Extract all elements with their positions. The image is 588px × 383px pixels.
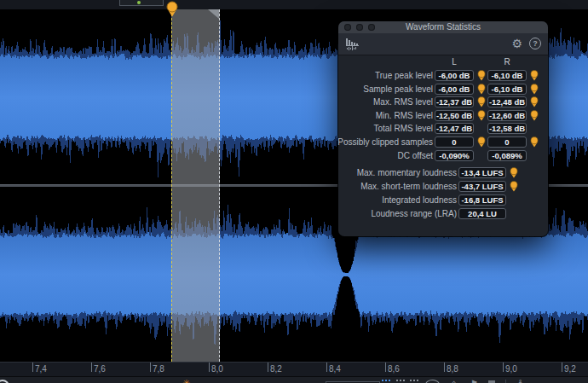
stat-label: Possibly clipped samples xyxy=(338,137,433,147)
stats-row: Integrated loudness-16,8 LUFS xyxy=(338,194,548,206)
lamp-icon xyxy=(510,167,518,180)
stat-label: Max. RMS level xyxy=(338,97,433,107)
lamp-icon xyxy=(530,96,539,109)
stat-value-box: 0 xyxy=(487,136,527,148)
ruler-tick-label: 8,6 xyxy=(388,364,400,374)
playhead-marker-icon[interactable] xyxy=(165,1,179,17)
lamp-icon xyxy=(477,110,486,123)
top-bar xyxy=(0,0,588,9)
ruler-tick-label: 8,0 xyxy=(211,364,223,374)
ruler-tick-label: 8,4 xyxy=(329,364,341,374)
lamp-icon xyxy=(510,181,518,194)
ruler-tick-label: 7,4 xyxy=(35,364,47,374)
ruler-tick xyxy=(32,363,33,372)
ruler-tick-label: 7,6 xyxy=(94,364,106,374)
ruler-tick-label: 9,2 xyxy=(564,364,576,374)
ruler-tick xyxy=(326,363,327,372)
ruler-tick-label: 7,8 xyxy=(153,364,164,374)
stats-row: Max. short-term loudness-43,7 LUFS xyxy=(338,181,548,192)
lamp-icon xyxy=(530,84,539,96)
gear-icon[interactable]: ⚙ xyxy=(511,37,522,50)
ruler-tick xyxy=(503,363,504,372)
selection-tool-icon[interactable] xyxy=(382,380,383,381)
stat-value-box: -0,090% xyxy=(435,150,474,161)
stat-label: Sample peak level xyxy=(338,84,433,94)
stat-label: Integrated loudness xyxy=(338,195,457,205)
stats-row: Total RMS level-12,47 dB-12,58 dB xyxy=(338,123,548,134)
stats-row: Min. RMS level-12,50 dB-12,60 dB xyxy=(338,110,548,121)
stat-value-box: -13,4 LUFS xyxy=(458,167,506,178)
stat-label: Max. short-term loudness xyxy=(338,182,457,191)
zoom-button[interactable] xyxy=(368,24,375,31)
stat-value-box: -12,50 dB xyxy=(435,110,474,121)
ruler-tick xyxy=(91,363,92,372)
flag-icon[interactable]: ⚑ xyxy=(470,379,478,383)
lamp-icon xyxy=(477,84,486,96)
stat-value-box: -6,00 dB xyxy=(435,84,474,95)
stats-toolbar: ⚙ ? xyxy=(338,33,548,55)
column-header-right: R xyxy=(487,57,527,67)
stat-value-box: -6,10 dB xyxy=(487,84,527,95)
window-title-bar[interactable]: Waveform Statistics xyxy=(338,21,548,33)
stat-value-box: -0,089% xyxy=(487,150,527,161)
orange-asterisk-icon[interactable]: ✳ xyxy=(182,379,190,383)
waveform-statistics-window: Waveform Statistics ⚙ ? L R True peak le… xyxy=(338,21,548,236)
stat-label: True peak level xyxy=(338,71,433,80)
ruler-tick xyxy=(268,363,268,372)
stat-value-box: -6,00 dB xyxy=(435,70,474,81)
bottom-toolbar: ✳ ⌂ ⚑ å xyxy=(0,376,588,383)
stat-value-box: -43,7 LUFS xyxy=(458,181,506,192)
stat-label: Max. momentary loudness xyxy=(338,168,457,177)
audio-editor-screen: 7,47,67,88,08,28,48,68,89,09,2 ✳ ⌂ ⚑ å W… xyxy=(0,0,588,383)
stats-row: DC offset-0,090%-0,089% xyxy=(338,150,548,161)
marquee-tool-icon[interactable] xyxy=(410,380,412,381)
stat-value-box: 20,4 LU xyxy=(458,208,506,219)
time-selection-tool-icon[interactable] xyxy=(396,380,398,381)
ruler-tick-label: 8,2 xyxy=(270,364,282,374)
stats-row: True peak level-6,00 dB-6,10 dB xyxy=(338,70,548,81)
stat-value-box: -12,47 dB xyxy=(435,123,474,134)
ruler-tick xyxy=(209,363,210,372)
stat-label: Min. RMS level xyxy=(338,111,433,120)
stats-row: Sample peak level-6,00 dB-6,10 dB xyxy=(338,84,548,95)
stats-row: Possibly clipped samples00 xyxy=(338,136,548,148)
stat-label: Total RMS level xyxy=(338,124,433,133)
stat-label: DC offset xyxy=(338,151,433,160)
selection-region[interactable] xyxy=(171,9,220,362)
traffic-lights xyxy=(344,24,375,31)
selection-handle-icon[interactable] xyxy=(208,9,219,19)
minimize-button[interactable] xyxy=(356,24,363,31)
lamp-icon xyxy=(530,136,539,149)
stat-value-box: -12,58 dB xyxy=(487,123,527,134)
ruler-tick xyxy=(444,363,445,372)
lamp-icon xyxy=(477,136,486,149)
overview-marker[interactable] xyxy=(119,0,164,6)
stat-value-box: -12,37 dB xyxy=(435,96,474,107)
ruler-tick-label: 9,0 xyxy=(505,364,517,374)
ruler-tick xyxy=(562,363,562,372)
lamp-icon xyxy=(530,110,539,123)
lamp-icon xyxy=(477,70,486,83)
help-icon[interactable]: ? xyxy=(529,38,541,49)
green-dot-icon xyxy=(137,1,141,4)
stat-value-box: 0 xyxy=(435,136,474,148)
timeline-ruler[interactable]: 7,47,67,88,08,28,48,68,89,09,2 xyxy=(0,362,588,376)
cursor-position-icon: å xyxy=(518,380,523,383)
lamp-icon xyxy=(477,96,486,109)
brush-tool-icon[interactable]: ⌂ xyxy=(451,379,457,383)
stats-row: Max. RMS level-12,37 dB-12,48 dB xyxy=(338,96,548,107)
stat-label: Loudness range (LRA) xyxy=(338,209,457,218)
column-header-left: L xyxy=(435,57,474,67)
stat-value-box: -12,60 dB xyxy=(487,110,527,121)
window-title: Waveform Statistics xyxy=(406,22,481,32)
lasso-tool-icon[interactable] xyxy=(425,380,440,383)
ruler-tick xyxy=(150,363,151,372)
close-button[interactable] xyxy=(344,24,351,31)
ruler-tick xyxy=(385,363,386,372)
circle-button-icon[interactable] xyxy=(0,380,9,383)
stat-value-box: -16,8 LUFS xyxy=(458,194,506,206)
toolbar-separator xyxy=(505,380,506,383)
lamp-icon xyxy=(530,70,539,83)
stats-row: Max. momentary loudness-13,4 LUFS xyxy=(338,167,548,178)
histogram-icon[interactable] xyxy=(345,36,366,52)
